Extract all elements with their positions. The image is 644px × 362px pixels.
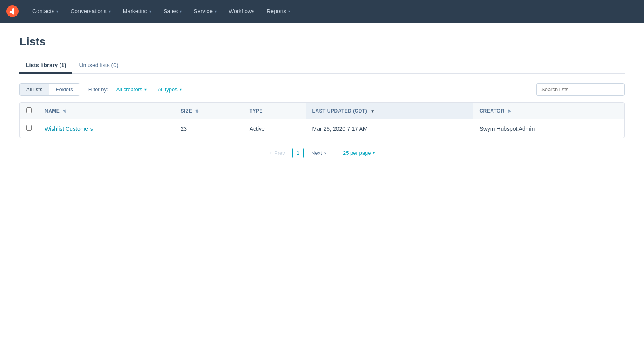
nav-item-reports[interactable]: Reports▾ <box>261 5 296 18</box>
nav-chevron-icon: ▾ <box>288 9 290 14</box>
row-checkbox-cell <box>20 119 38 138</box>
table-header: NAME ⇅ SIZE ⇅ TYPE LAST UPDATED (CDT) ▼ … <box>20 103 624 119</box>
prev-chevron-icon: ‹ <box>270 150 272 156</box>
header-checkbox-cell <box>20 103 38 119</box>
size-sort-icon: ⇅ <box>195 109 199 113</box>
filter-label: Filter by: <box>88 86 108 93</box>
row-size: 23 <box>174 119 243 138</box>
view-toggle: All listsFolders <box>19 83 80 96</box>
all-types-filter[interactable]: All types ▾ <box>155 85 185 94</box>
nav-item-contacts[interactable]: Contacts▾ <box>27 5 64 18</box>
pagination: ‹ Prev 1 Next › 25 per page ▾ <box>19 148 625 158</box>
creators-chevron-icon: ▾ <box>144 87 147 92</box>
next-label: Next <box>311 150 322 156</box>
prev-label: Prev <box>274 150 285 156</box>
tab-1[interactable]: Unused lists (0) <box>72 58 124 74</box>
table-row: Wishlist Customers23ActiveMar 25, 2020 7… <box>20 119 624 138</box>
nav-chevron-icon: ▾ <box>109 9 111 14</box>
lists-table-wrapper: NAME ⇅ SIZE ⇅ TYPE LAST UPDATED (CDT) ▼ … <box>19 102 625 138</box>
prev-button[interactable]: ‹ Prev <box>266 148 289 158</box>
tab-0[interactable]: Lists library (1) <box>19 58 72 74</box>
creator-sort-icon: ⇅ <box>508 109 511 113</box>
list-name-link[interactable]: Wishlist Customers <box>45 125 93 132</box>
all-types-label: All types <box>158 86 178 93</box>
nav-item-marketing[interactable]: Marketing▾ <box>117 5 157 18</box>
all-creators-label: All creators <box>116 86 142 93</box>
nav-chevron-icon: ▾ <box>215 9 217 14</box>
current-page[interactable]: 1 <box>292 148 304 158</box>
row-last-updated: Mar 25, 2020 7:17 AM <box>306 119 473 138</box>
page-title: Lists <box>19 35 625 48</box>
next-button[interactable]: Next › <box>307 148 330 158</box>
last-updated-sort-icon: ▼ <box>370 109 374 113</box>
per-page-chevron-icon: ▾ <box>373 151 375 155</box>
lists-table: NAME ⇅ SIZE ⇅ TYPE LAST UPDATED (CDT) ▼ … <box>20 103 624 138</box>
view-btn-all-lists[interactable]: All lists <box>20 84 49 95</box>
toolbar: All listsFolders Filter by: All creators… <box>19 83 625 96</box>
col-creator: CREATOR ⇅ <box>473 103 624 119</box>
nav-chevron-icon: ▾ <box>149 9 151 14</box>
view-btn-folders[interactable]: Folders <box>49 84 79 95</box>
hubspot-logo[interactable] <box>6 5 19 17</box>
col-name: NAME ⇅ <box>38 103 174 119</box>
col-last-updated: LAST UPDATED (CDT) ▼ <box>306 103 473 119</box>
search-input[interactable] <box>536 83 625 96</box>
all-creators-filter[interactable]: All creators ▾ <box>113 85 150 94</box>
row-checkbox[interactable] <box>26 125 32 131</box>
per-page-label: 25 per page <box>343 150 371 156</box>
main-content: Lists Lists library (1)Unused lists (0) … <box>0 23 644 171</box>
nav-item-service[interactable]: Service▾ <box>188 5 222 18</box>
navbar: Contacts▾Conversations▾Marketing▾Sales▾S… <box>0 0 644 23</box>
nav-item-conversations[interactable]: Conversations▾ <box>65 5 116 18</box>
tabs-container: Lists library (1)Unused lists (0) <box>19 58 625 74</box>
name-sort-icon: ⇅ <box>63 109 66 113</box>
table-body: Wishlist Customers23ActiveMar 25, 2020 7… <box>20 119 624 138</box>
nav-items: Contacts▾Conversations▾Marketing▾Sales▾S… <box>27 5 296 18</box>
per-page-selector[interactable]: 25 per page ▾ <box>340 148 378 158</box>
nav-chevron-icon: ▾ <box>56 9 58 14</box>
select-all-checkbox[interactable] <box>26 107 32 113</box>
nav-item-sales[interactable]: Sales▾ <box>158 5 187 18</box>
row-name: Wishlist Customers <box>38 119 174 138</box>
col-type: TYPE <box>243 103 306 119</box>
nav-item-workflows[interactable]: Workflows <box>223 5 260 18</box>
row-creator: Swym Hubspot Admin <box>473 119 624 138</box>
nav-chevron-icon: ▾ <box>180 9 182 14</box>
search-container <box>536 83 625 96</box>
table-header-row: NAME ⇅ SIZE ⇅ TYPE LAST UPDATED (CDT) ▼ … <box>20 103 624 119</box>
col-size: SIZE ⇅ <box>174 103 243 119</box>
toolbar-left: All listsFolders Filter by: All creators… <box>19 83 185 96</box>
row-type: Active <box>243 119 306 138</box>
types-chevron-icon: ▾ <box>180 87 182 92</box>
next-chevron-icon: › <box>324 150 326 156</box>
